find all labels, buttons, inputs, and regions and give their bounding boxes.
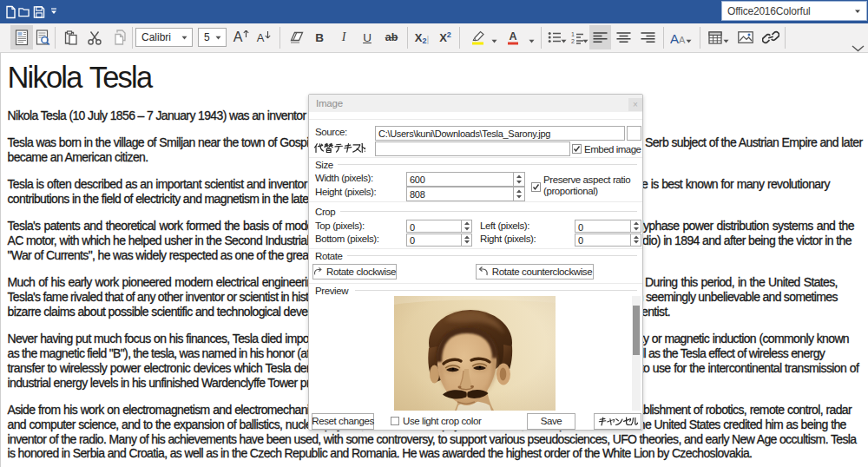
crop-right-field[interactable]: 0 [575,234,641,247]
font-name-combo[interactable]: Calibri [135,28,193,47]
insert-link-button[interactable] [759,25,783,49]
height-field[interactable]: 808 [406,187,525,201]
font-color-button[interactable]: A [503,25,523,49]
image-dialog-close-button[interactable]: × [628,98,642,111]
crop-bottom-label: Bottom (pixels): [315,234,378,244]
crop-right-spinner[interactable] [630,234,641,246]
numbered-list-button[interactable]: 12 [568,25,587,49]
alt-text-field[interactable] [375,141,570,156]
preserve-aspect-ratio-checkbox[interactable] [531,182,541,192]
preview-scrollbar-thumb[interactable] [633,306,640,355]
spin-down-button[interactable] [462,227,471,233]
dialog-section-divider [309,201,642,202]
height-spinner[interactable] [513,187,524,201]
toolbar-expand-chevron-icon[interactable] [852,45,865,52]
toolbar-separator [541,27,542,49]
font-color-dropdown-icon[interactable] [529,39,535,43]
crop-top-field[interactable]: 0 [406,220,472,233]
highlight-dropdown-icon[interactable] [491,39,497,43]
crop-left-spinner[interactable] [630,220,641,232]
spin-down-button[interactable] [514,194,524,200]
grow-font-button[interactable]: A [231,25,252,49]
embed-image-label: Embed image [584,144,641,155]
rotate-counterclockwise-label: Rotate counterclockwise [492,266,592,277]
align-left-button[interactable] [589,25,611,49]
align-center-button[interactable] [613,25,635,49]
crop-right-value: 0 [578,235,583,246]
crop-top-label: Top (pixels): [315,220,365,231]
document-heading: Nikola Tesla [8,60,868,95]
toolbar-separator [785,27,786,49]
font-size-value: 5 [199,31,215,43]
cancel-label [598,417,638,426]
light-crop-color-checkbox[interactable] [391,417,399,425]
dialog-section-divider [309,119,642,120]
dialog-section-divider [309,283,642,284]
preserve-aspect-ratio-label-line1: Preserve aspect ratio [543,174,630,185]
character-format-button[interactable]: A A [668,25,689,49]
insert-image-button[interactable] [734,25,757,49]
source-field[interactable]: C:\Users\kuni\Downloads\Tesla_Sarony.jpg [375,126,625,141]
spin-down-button[interactable] [514,179,524,185]
image-dialog-titlebar[interactable]: Image × [309,95,642,112]
insert-table-button[interactable] [705,25,726,49]
italic-button[interactable]: I [333,25,354,49]
width-spinner[interactable] [513,173,524,186]
highlight-button[interactable] [466,25,489,49]
print-preview-button[interactable] [31,25,54,49]
quick-access-dropdown-icon[interactable] [50,8,57,15]
numbered-list-dropdown-icon[interactable] [582,39,589,43]
cancel-button[interactable] [594,413,641,430]
rotate-counterclockwise-button[interactable]: Rotate counterclockwise [476,264,594,280]
insert-table-dropdown-icon[interactable] [723,39,729,43]
save-button[interactable]: Save [527,413,575,430]
cut-button[interactable] [83,25,106,49]
svg-text:A: A [679,35,686,44]
crop-left-field[interactable]: 0 [575,220,641,233]
svg-text:1: 1 [571,31,575,37]
sidebar-view-button[interactable] [10,25,33,49]
width-label: Width (pixels): [315,173,373,183]
character-format-dropdown-icon[interactable] [686,39,692,43]
bullet-list-dropdown-icon[interactable] [561,39,567,43]
strikethrough-button[interactable]: ab [381,25,402,49]
svg-text:A: A [670,31,679,44]
image-dialog-title: Image [316,98,343,109]
open-file-icon[interactable] [18,5,30,19]
spin-down-button[interactable] [631,227,641,233]
theme-selector[interactable]: Office2016Colorful [721,1,867,21]
checkmark-icon [532,183,540,191]
align-right-button[interactable] [637,25,659,49]
crop-bottom-field[interactable]: 0 [406,234,472,247]
clear-formatting-button[interactable] [286,25,308,49]
grow-font-arrow-icon [243,30,249,38]
insert-link-icon [762,30,779,44]
crop-bottom-spinner[interactable] [461,234,471,246]
spin-up-button[interactable] [514,187,524,194]
spin-down-button[interactable] [462,240,471,246]
underline-button[interactable]: U [357,25,378,49]
new-document-icon[interactable] [4,5,17,19]
crop-top-spinner[interactable] [461,220,471,232]
spin-up-button[interactable] [514,173,524,179]
font-size-combo[interactable]: 5 [198,28,227,47]
embed-image-checkbox[interactable] [572,144,582,154]
reset-changes-button[interactable]: Reset changes [312,413,374,430]
width-field[interactable]: 600 [406,172,525,187]
image-dialog: Image × Source: C:\Users\kuni\Downloads\… [308,94,643,431]
copy-button[interactable] [108,25,131,49]
rotate-clockwise-button[interactable]: Rotate clockwise [312,264,397,280]
browse-button[interactable] [627,126,641,141]
paste-button[interactable] [59,25,82,49]
group-legend-line [338,164,637,165]
bullet-list-button[interactable] [545,25,564,49]
subscript-button[interactable]: X2| [411,25,432,49]
save-icon[interactable] [33,5,45,19]
spin-down-button[interactable] [631,240,641,246]
highlight-icon [470,30,485,45]
bold-button[interactable]: B [309,25,330,49]
shrink-font-button[interactable]: A [253,25,274,49]
character-format-icon: A A [670,31,687,44]
superscript-button[interactable]: X2 [435,25,456,49]
preview-scrollbar[interactable] [632,296,641,411]
